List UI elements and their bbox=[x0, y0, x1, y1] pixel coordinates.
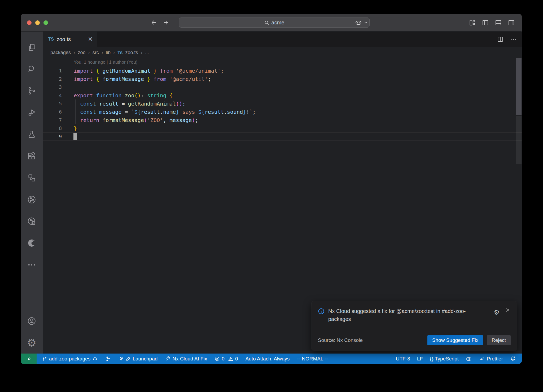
tab-label: zoo.ts bbox=[57, 36, 71, 42]
extensions-icon[interactable] bbox=[21, 145, 43, 167]
code-line-4[interactable]: 4export function zoo(): string { bbox=[43, 91, 522, 99]
minimize-window-button[interactable] bbox=[35, 20, 40, 25]
chevron-right-icon: › bbox=[102, 50, 103, 55]
settings-gear-icon[interactable]: ⚙ bbox=[21, 332, 43, 354]
code-line-7[interactable]: 7 return formatMessage('ZOO', message); bbox=[43, 116, 522, 124]
chevron-down-icon[interactable] bbox=[364, 20, 368, 25]
line-number: 8 bbox=[43, 125, 62, 131]
line-number: 3 bbox=[43, 84, 62, 90]
chevron-right-icon: › bbox=[73, 50, 75, 55]
tab-bar: TS zoo.ts ✕ bbox=[43, 32, 522, 47]
notification-source: Source: Nx Console bbox=[318, 337, 363, 343]
remote-windows-icon[interactable] bbox=[21, 167, 43, 189]
close-window-button[interactable] bbox=[27, 20, 32, 25]
reject-button[interactable]: Reject bbox=[487, 335, 511, 345]
launchpad-status[interactable]: Launchpad bbox=[118, 356, 157, 362]
code-line-3[interactable]: 3 bbox=[43, 83, 522, 91]
toggle-primary-sidebar-icon[interactable] bbox=[482, 19, 489, 26]
split-editor-icon[interactable] bbox=[497, 36, 504, 43]
git-branch-status[interactable]: add-zoo-packages bbox=[42, 356, 98, 362]
vscode-window: acme bbox=[21, 14, 522, 364]
tab-zoo-ts[interactable]: TS zoo.ts ✕ bbox=[43, 32, 97, 47]
copilot-icon[interactable] bbox=[355, 19, 362, 26]
code-line-1[interactable]: 1import { getRandomAnimal } from '@acme/… bbox=[43, 67, 522, 75]
line-number: 7 bbox=[43, 117, 62, 123]
notification-message: Nx Cloud suggested a fix for @acme/zoo:t… bbox=[328, 307, 490, 323]
notification-close-icon[interactable] bbox=[505, 307, 511, 313]
info-icon bbox=[318, 308, 325, 323]
editor-cursor bbox=[73, 133, 77, 140]
search-view-icon[interactable] bbox=[21, 58, 43, 80]
line-number: 6 bbox=[43, 109, 62, 115]
toggle-secondary-sidebar-icon[interactable] bbox=[508, 19, 515, 26]
nx-cloud-ai-fix-status[interactable]: Nx Cloud AI Fix bbox=[165, 356, 207, 362]
edge-browser-icon[interactable] bbox=[21, 232, 43, 254]
auto-attach-status[interactable]: Auto Attach: Always bbox=[245, 356, 290, 362]
code-line-9[interactable]: 9 bbox=[43, 132, 522, 141]
chevron-right-icon: › bbox=[141, 50, 142, 55]
typescript-file-icon: TS bbox=[117, 50, 122, 55]
vim-mode-status[interactable]: -- NORMAL -- bbox=[297, 356, 328, 362]
code-lines: 1import { getRandomAnimal } from '@acme/… bbox=[43, 67, 522, 141]
run-and-debug-icon[interactable] bbox=[21, 102, 43, 123]
editor-scrollbar-track bbox=[516, 116, 522, 164]
chevron-right-icon: › bbox=[113, 50, 115, 55]
breadcrumb-item[interactable]: lib bbox=[106, 50, 111, 55]
line-number: 4 bbox=[43, 93, 62, 98]
accounts-icon[interactable] bbox=[21, 310, 43, 332]
code-line-6[interactable]: 6 const message = `${result.name} says $… bbox=[43, 108, 522, 116]
notifications-bell-icon[interactable] bbox=[510, 356, 516, 362]
customize-layout-icon[interactable] bbox=[469, 19, 476, 26]
tab-close-icon[interactable]: ✕ bbox=[88, 36, 93, 43]
breadcrumb-item[interactable]: packages bbox=[50, 50, 71, 55]
remote-indicator[interactable] bbox=[21, 354, 37, 364]
breadcrumb: packages › zoo › src › lib › TS zoo.ts ›… bbox=[43, 47, 522, 58]
code-text: import { getRandomAnimal } from '@acme/a… bbox=[62, 68, 224, 74]
zoom-window-button[interactable] bbox=[43, 20, 48, 25]
show-suggested-fix-button[interactable]: Show Suggested Fix bbox=[427, 335, 483, 345]
forward-arrow-icon[interactable] bbox=[163, 19, 170, 26]
code-text: import { formatMessage } from '@acme/uti… bbox=[62, 76, 211, 82]
testing-icon[interactable] bbox=[21, 123, 43, 145]
code-line-2[interactable]: 2import { formatMessage } from '@acme/ut… bbox=[43, 75, 522, 83]
typescript-file-icon: TS bbox=[48, 37, 54, 42]
command-center-search[interactable]: acme bbox=[179, 18, 370, 28]
back-arrow-icon[interactable] bbox=[150, 19, 156, 26]
explorer-icon[interactable] bbox=[21, 36, 43, 58]
notification-settings-gear-icon[interactable]: ⚙ bbox=[494, 307, 500, 318]
line-number: 5 bbox=[43, 101, 62, 106]
activity-bar: ⚙ bbox=[21, 32, 43, 354]
git-graph-status[interactable] bbox=[105, 356, 111, 361]
breadcrumb-file[interactable]: zoo.ts bbox=[125, 50, 138, 55]
title-bar: acme bbox=[21, 14, 522, 31]
line-number: 1 bbox=[43, 68, 62, 73]
code-text: } bbox=[62, 125, 77, 132]
breadcrumb-item[interactable]: src bbox=[93, 50, 99, 55]
breadcrumb-item[interactable]: zoo bbox=[78, 50, 85, 55]
more-views-icon[interactable] bbox=[21, 254, 43, 276]
language-status[interactable]: { } TypeScript bbox=[430, 356, 459, 362]
code-text: export function zoo(): string { bbox=[62, 92, 173, 99]
traffic-lights bbox=[27, 14, 48, 31]
nx-cloud-icon[interactable] bbox=[21, 210, 43, 232]
nx-console-icon[interactable] bbox=[21, 189, 43, 210]
git-blame-annotation: You, 1 hour ago | 1 author (You) bbox=[43, 58, 522, 67]
prettier-status[interactable]: Prettier bbox=[479, 356, 503, 362]
code-line-5[interactable]: 5 const result = getRandomAnimal(); bbox=[43, 99, 522, 108]
indent-guide bbox=[75, 99, 76, 124]
more-actions-icon[interactable] bbox=[510, 36, 517, 43]
error-count: 0 bbox=[222, 356, 225, 362]
breadcrumb-overflow[interactable]: ... bbox=[145, 50, 149, 55]
eol-status[interactable]: LF bbox=[417, 356, 423, 362]
toggle-panel-icon[interactable] bbox=[495, 19, 502, 26]
problems-status[interactable]: 0 0 bbox=[214, 356, 238, 362]
line-number: 2 bbox=[43, 76, 62, 82]
copilot-status[interactable] bbox=[466, 356, 472, 362]
encoding-status[interactable]: UTF-8 bbox=[396, 356, 410, 362]
code-line-8[interactable]: 8} bbox=[43, 124, 522, 132]
editor-scrollbar[interactable] bbox=[516, 58, 522, 115]
source-control-icon[interactable] bbox=[21, 80, 43, 102]
notification-toast: Nx Cloud suggested a fix for @acme/zoo:t… bbox=[312, 301, 517, 351]
line-number: 9 bbox=[43, 134, 62, 139]
warning-count: 0 bbox=[235, 356, 238, 362]
